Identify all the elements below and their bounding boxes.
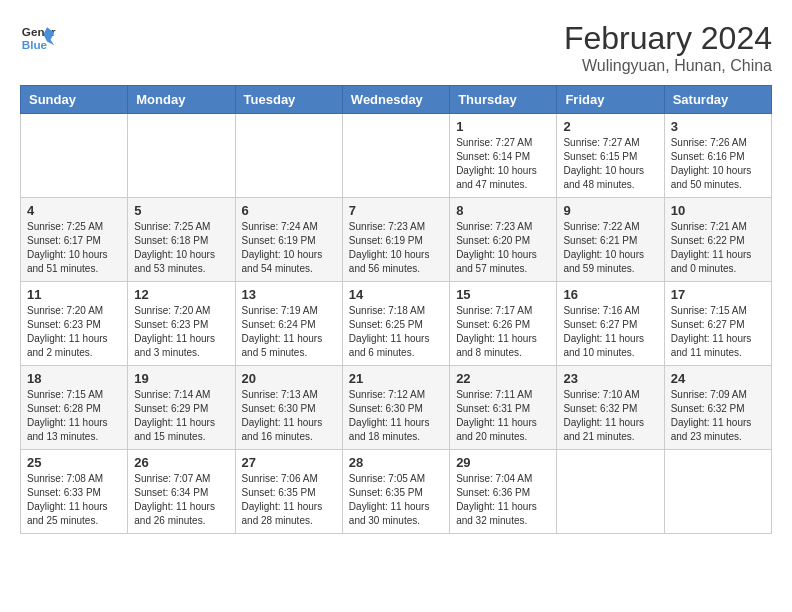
calendar-cell: 25Sunrise: 7:08 AM Sunset: 6:33 PM Dayli…	[21, 450, 128, 534]
calendar-week-2: 4Sunrise: 7:25 AM Sunset: 6:17 PM Daylig…	[21, 198, 772, 282]
day-number: 13	[242, 287, 336, 302]
day-number: 17	[671, 287, 765, 302]
day-info: Sunrise: 7:12 AM Sunset: 6:30 PM Dayligh…	[349, 388, 443, 444]
calendar-week-3: 11Sunrise: 7:20 AM Sunset: 6:23 PM Dayli…	[21, 282, 772, 366]
day-number: 5	[134, 203, 228, 218]
day-info: Sunrise: 7:18 AM Sunset: 6:25 PM Dayligh…	[349, 304, 443, 360]
calendar-week-1: 1Sunrise: 7:27 AM Sunset: 6:14 PM Daylig…	[21, 114, 772, 198]
calendar-cell: 20Sunrise: 7:13 AM Sunset: 6:30 PM Dayli…	[235, 366, 342, 450]
weekday-header-wednesday: Wednesday	[342, 86, 449, 114]
day-info: Sunrise: 7:23 AM Sunset: 6:19 PM Dayligh…	[349, 220, 443, 276]
day-info: Sunrise: 7:20 AM Sunset: 6:23 PM Dayligh…	[134, 304, 228, 360]
day-number: 15	[456, 287, 550, 302]
day-info: Sunrise: 7:25 AM Sunset: 6:17 PM Dayligh…	[27, 220, 121, 276]
day-info: Sunrise: 7:13 AM Sunset: 6:30 PM Dayligh…	[242, 388, 336, 444]
title-block: February 2024 Wulingyuan, Hunan, China	[564, 20, 772, 75]
weekday-header-sunday: Sunday	[21, 86, 128, 114]
day-number: 25	[27, 455, 121, 470]
calendar-cell: 27Sunrise: 7:06 AM Sunset: 6:35 PM Dayli…	[235, 450, 342, 534]
calendar-cell: 11Sunrise: 7:20 AM Sunset: 6:23 PM Dayli…	[21, 282, 128, 366]
day-info: Sunrise: 7:09 AM Sunset: 6:32 PM Dayligh…	[671, 388, 765, 444]
calendar-cell	[664, 450, 771, 534]
calendar-week-5: 25Sunrise: 7:08 AM Sunset: 6:33 PM Dayli…	[21, 450, 772, 534]
calendar-subtitle: Wulingyuan, Hunan, China	[564, 57, 772, 75]
calendar-body: 1Sunrise: 7:27 AM Sunset: 6:14 PM Daylig…	[21, 114, 772, 534]
day-info: Sunrise: 7:10 AM Sunset: 6:32 PM Dayligh…	[563, 388, 657, 444]
day-number: 27	[242, 455, 336, 470]
calendar-cell: 23Sunrise: 7:10 AM Sunset: 6:32 PM Dayli…	[557, 366, 664, 450]
day-info: Sunrise: 7:15 AM Sunset: 6:27 PM Dayligh…	[671, 304, 765, 360]
calendar-cell: 2Sunrise: 7:27 AM Sunset: 6:15 PM Daylig…	[557, 114, 664, 198]
calendar-cell: 22Sunrise: 7:11 AM Sunset: 6:31 PM Dayli…	[450, 366, 557, 450]
logo: General Blue	[20, 20, 56, 56]
calendar-cell: 13Sunrise: 7:19 AM Sunset: 6:24 PM Dayli…	[235, 282, 342, 366]
weekday-header-row: SundayMondayTuesdayWednesdayThursdayFrid…	[21, 86, 772, 114]
day-number: 10	[671, 203, 765, 218]
calendar-cell: 10Sunrise: 7:21 AM Sunset: 6:22 PM Dayli…	[664, 198, 771, 282]
day-number: 26	[134, 455, 228, 470]
day-info: Sunrise: 7:04 AM Sunset: 6:36 PM Dayligh…	[456, 472, 550, 528]
day-info: Sunrise: 7:05 AM Sunset: 6:35 PM Dayligh…	[349, 472, 443, 528]
page-header: General Blue February 2024 Wulingyuan, H…	[20, 20, 772, 75]
day-info: Sunrise: 7:19 AM Sunset: 6:24 PM Dayligh…	[242, 304, 336, 360]
day-number: 28	[349, 455, 443, 470]
calendar-cell: 12Sunrise: 7:20 AM Sunset: 6:23 PM Dayli…	[128, 282, 235, 366]
day-number: 3	[671, 119, 765, 134]
day-number: 7	[349, 203, 443, 218]
day-number: 20	[242, 371, 336, 386]
day-info: Sunrise: 7:24 AM Sunset: 6:19 PM Dayligh…	[242, 220, 336, 276]
day-info: Sunrise: 7:26 AM Sunset: 6:16 PM Dayligh…	[671, 136, 765, 192]
day-number: 11	[27, 287, 121, 302]
calendar-cell: 9Sunrise: 7:22 AM Sunset: 6:21 PM Daylig…	[557, 198, 664, 282]
day-info: Sunrise: 7:16 AM Sunset: 6:27 PM Dayligh…	[563, 304, 657, 360]
weekday-header-friday: Friday	[557, 86, 664, 114]
day-info: Sunrise: 7:17 AM Sunset: 6:26 PM Dayligh…	[456, 304, 550, 360]
calendar-cell: 6Sunrise: 7:24 AM Sunset: 6:19 PM Daylig…	[235, 198, 342, 282]
calendar-cell	[128, 114, 235, 198]
calendar-cell: 21Sunrise: 7:12 AM Sunset: 6:30 PM Dayli…	[342, 366, 449, 450]
day-info: Sunrise: 7:27 AM Sunset: 6:14 PM Dayligh…	[456, 136, 550, 192]
day-info: Sunrise: 7:07 AM Sunset: 6:34 PM Dayligh…	[134, 472, 228, 528]
day-info: Sunrise: 7:14 AM Sunset: 6:29 PM Dayligh…	[134, 388, 228, 444]
day-info: Sunrise: 7:27 AM Sunset: 6:15 PM Dayligh…	[563, 136, 657, 192]
day-info: Sunrise: 7:22 AM Sunset: 6:21 PM Dayligh…	[563, 220, 657, 276]
weekday-header-tuesday: Tuesday	[235, 86, 342, 114]
day-number: 16	[563, 287, 657, 302]
day-number: 19	[134, 371, 228, 386]
calendar-cell: 28Sunrise: 7:05 AM Sunset: 6:35 PM Dayli…	[342, 450, 449, 534]
calendar-cell: 17Sunrise: 7:15 AM Sunset: 6:27 PM Dayli…	[664, 282, 771, 366]
day-info: Sunrise: 7:21 AM Sunset: 6:22 PM Dayligh…	[671, 220, 765, 276]
day-number: 18	[27, 371, 121, 386]
calendar-cell: 24Sunrise: 7:09 AM Sunset: 6:32 PM Dayli…	[664, 366, 771, 450]
day-number: 6	[242, 203, 336, 218]
day-number: 21	[349, 371, 443, 386]
calendar-cell: 29Sunrise: 7:04 AM Sunset: 6:36 PM Dayli…	[450, 450, 557, 534]
calendar-cell	[342, 114, 449, 198]
logo-icon: General Blue	[20, 20, 56, 56]
calendar-cell: 14Sunrise: 7:18 AM Sunset: 6:25 PM Dayli…	[342, 282, 449, 366]
calendar-cell: 15Sunrise: 7:17 AM Sunset: 6:26 PM Dayli…	[450, 282, 557, 366]
calendar-cell	[235, 114, 342, 198]
calendar-cell: 8Sunrise: 7:23 AM Sunset: 6:20 PM Daylig…	[450, 198, 557, 282]
day-info: Sunrise: 7:06 AM Sunset: 6:35 PM Dayligh…	[242, 472, 336, 528]
calendar-table: SundayMondayTuesdayWednesdayThursdayFrid…	[20, 85, 772, 534]
day-number: 24	[671, 371, 765, 386]
weekday-header-thursday: Thursday	[450, 86, 557, 114]
calendar-cell: 1Sunrise: 7:27 AM Sunset: 6:14 PM Daylig…	[450, 114, 557, 198]
day-info: Sunrise: 7:25 AM Sunset: 6:18 PM Dayligh…	[134, 220, 228, 276]
calendar-cell: 16Sunrise: 7:16 AM Sunset: 6:27 PM Dayli…	[557, 282, 664, 366]
calendar-cell: 18Sunrise: 7:15 AM Sunset: 6:28 PM Dayli…	[21, 366, 128, 450]
day-info: Sunrise: 7:23 AM Sunset: 6:20 PM Dayligh…	[456, 220, 550, 276]
day-number: 29	[456, 455, 550, 470]
day-info: Sunrise: 7:20 AM Sunset: 6:23 PM Dayligh…	[27, 304, 121, 360]
svg-text:Blue: Blue	[22, 38, 48, 51]
day-number: 8	[456, 203, 550, 218]
calendar-cell: 3Sunrise: 7:26 AM Sunset: 6:16 PM Daylig…	[664, 114, 771, 198]
day-number: 23	[563, 371, 657, 386]
day-number: 2	[563, 119, 657, 134]
calendar-cell: 4Sunrise: 7:25 AM Sunset: 6:17 PM Daylig…	[21, 198, 128, 282]
day-number: 9	[563, 203, 657, 218]
calendar-title: February 2024	[564, 20, 772, 57]
calendar-week-4: 18Sunrise: 7:15 AM Sunset: 6:28 PM Dayli…	[21, 366, 772, 450]
day-info: Sunrise: 7:11 AM Sunset: 6:31 PM Dayligh…	[456, 388, 550, 444]
